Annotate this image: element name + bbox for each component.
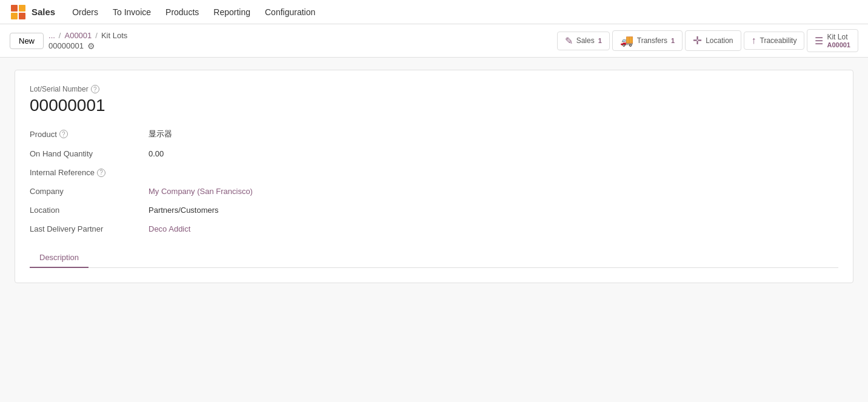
on-hand-label: On Hand Quantity <box>30 148 139 158</box>
record-id: 00000001 <box>48 41 84 50</box>
nav-configuration[interactable]: Configuration <box>258 0 322 24</box>
company-label-text: Company <box>30 187 64 196</box>
app-logo <box>10 4 27 21</box>
stat-btn-kit-lot[interactable]: ☰ Kit Lot A00001 <box>807 29 858 52</box>
product-label: Product ? <box>30 127 139 139</box>
nav-products[interactable]: Products <box>158 0 206 24</box>
kit-lot-text: Kit Lot A00001 <box>827 33 850 49</box>
breadcrumb-sep-2: / <box>95 31 98 40</box>
kit-lot-icon: ☰ <box>815 35 823 47</box>
nav-orders[interactable]: Orders <box>65 0 105 24</box>
breadcrumb-area: ... / A00001 / Kit Lots 00000001 ⚙ <box>48 31 127 51</box>
lot-serial-value: 00000001 <box>30 96 838 115</box>
location-label: Location <box>30 204 139 215</box>
record-title-row: 00000001 ⚙ <box>48 41 127 51</box>
stat-btn-traceability[interactable]: ↑ Traceability <box>744 32 805 50</box>
lot-serial-field-label: Lot/Serial Number ? <box>30 85 838 93</box>
sales-label: Sales <box>576 36 595 45</box>
location-icon: ✛ <box>693 34 702 47</box>
gear-icon[interactable]: ⚙ <box>87 41 95 51</box>
stat-btn-sales[interactable]: ✎ Sales 1 <box>557 32 610 50</box>
location-value: Partners/Customers <box>149 204 393 215</box>
sales-icon: ✎ <box>565 35 573 47</box>
stat-btn-location[interactable]: ✛ Location <box>685 30 741 51</box>
on-hand-value: 0.00 <box>149 148 393 158</box>
record-card: Lot/Serial Number ? 00000001 Product ? 显… <box>15 70 853 283</box>
tab-description[interactable]: Description <box>30 248 88 268</box>
transfers-count: 1 <box>671 37 675 44</box>
svg-rect-3 <box>19 13 25 19</box>
product-help-icon[interactable]: ? <box>59 130 68 138</box>
action-bar-left: New ... / A00001 / Kit Lots 00000001 ⚙ <box>10 31 552 51</box>
transfers-label: Transfers <box>637 36 667 45</box>
svg-rect-0 <box>11 5 18 12</box>
breadcrumb-dots[interactable]: ... <box>48 31 55 40</box>
kit-lot-sublabel: A00001 <box>827 41 850 49</box>
internal-ref-label-text: Internal Reference <box>30 168 95 177</box>
company-value[interactable]: My Company (San Francisco) <box>149 186 393 196</box>
last-delivery-value[interactable]: Deco Addict <box>149 223 393 233</box>
svg-rect-1 <box>19 5 25 12</box>
form-grid: Product ? 显示器 On Hand Quantity 0.00 Inte… <box>30 127 393 233</box>
product-label-text: Product <box>30 130 57 139</box>
internal-ref-value <box>149 167 393 177</box>
kit-lot-label: Kit Lot <box>827 33 847 41</box>
transfers-icon: 🚚 <box>620 34 633 47</box>
location-label: Location <box>706 36 733 45</box>
last-delivery-label-text: Last Delivery Partner <box>30 224 103 233</box>
breadcrumb: ... / A00001 / Kit Lots <box>48 31 127 40</box>
breadcrumb-a00001[interactable]: A00001 <box>64 31 92 40</box>
company-label: Company <box>30 186 139 196</box>
on-hand-label-text: On Hand Quantity <box>30 149 93 158</box>
main-content: Lot/Serial Number ? 00000001 Product ? 显… <box>0 58 868 295</box>
lot-serial-help-icon[interactable]: ? <box>91 85 99 93</box>
breadcrumb-kit-lots: Kit Lots <box>101 31 127 40</box>
stat-buttons: ✎ Sales 1 🚚 Transfers 1 ✛ Location ↑ Tra… <box>557 29 858 52</box>
internal-ref-help-icon[interactable]: ? <box>97 169 105 177</box>
nav-reporting[interactable]: Reporting <box>206 0 258 24</box>
sales-count: 1 <box>598 37 602 44</box>
product-value: 显示器 <box>149 127 393 139</box>
last-delivery-label: Last Delivery Partner <box>30 223 139 233</box>
traceability-label: Traceability <box>760 36 797 45</box>
nav-to-invoice[interactable]: To Invoice <box>105 0 158 24</box>
lot-serial-label-text: Lot/Serial Number <box>30 85 88 93</box>
traceability-icon: ↑ <box>752 35 756 46</box>
svg-rect-2 <box>11 13 18 19</box>
internal-ref-label: Internal Reference ? <box>30 167 139 177</box>
app-name[interactable]: Sales <box>32 7 55 17</box>
stat-btn-transfers[interactable]: 🚚 Transfers 1 <box>612 30 683 51</box>
action-bar: New ... / A00001 / Kit Lots 00000001 ⚙ ✎… <box>0 24 868 58</box>
breadcrumb-sep-1: / <box>59 31 61 40</box>
new-button[interactable]: New <box>10 33 44 49</box>
tabs-container: Description <box>30 248 838 268</box>
location-label-text: Location <box>30 206 59 215</box>
top-nav: Sales Orders To Invoice Products Reporti… <box>0 0 868 24</box>
